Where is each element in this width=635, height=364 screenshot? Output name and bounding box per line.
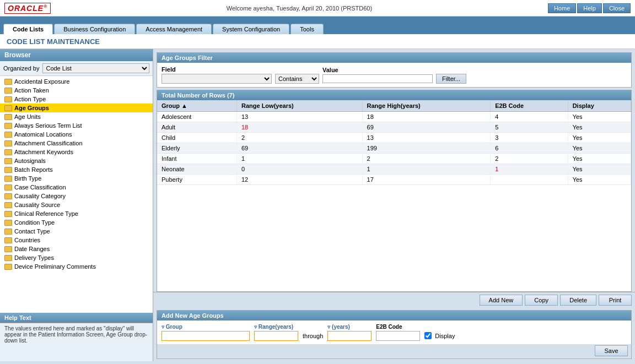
tree-item-label: Autosignals — [14, 157, 46, 164]
e2b-input[interactable] — [376, 331, 420, 341]
folder-icon — [4, 246, 12, 252]
group-input[interactable] — [162, 331, 250, 341]
tree-item[interactable]: Attachment Keywords — [0, 148, 153, 156]
tree-item-label: Age Groups — [14, 105, 49, 111]
table-cell: 1 — [491, 164, 568, 175]
tree-item[interactable]: Action Type — [0, 95, 153, 104]
table-cell: Yes — [568, 164, 631, 175]
tree-item-label: Countries — [14, 237, 40, 243]
copy-button[interactable]: Copy — [525, 295, 558, 306]
folder-icon — [4, 211, 12, 217]
table-cell: 18 — [236, 122, 362, 133]
tab-system-config[interactable]: System Configuration — [213, 24, 289, 34]
col-display[interactable]: Display — [568, 100, 631, 112]
home-button[interactable]: Home — [548, 3, 576, 13]
table-cell: 69 — [362, 122, 491, 133]
main-layout: Browser Organized by Code List Accidenta… — [0, 49, 635, 361]
nav-tabs: Code Lists Business Configuration Access… — [0, 17, 635, 34]
col-range-low[interactable]: Range Low(years) — [236, 100, 362, 112]
tree-item[interactable]: Contact Type — [0, 227, 153, 236]
filter-body: Field Contains Value Filter... — [157, 63, 631, 87]
table-row[interactable]: Puberty1217Yes — [157, 175, 631, 185]
tree-item-label: Accidental Exposure — [14, 78, 69, 85]
table-cell: 6 — [491, 143, 568, 154]
tree-item[interactable]: Birth Type — [0, 174, 153, 183]
folder-icon — [4, 167, 12, 173]
table-cell: 13 — [236, 112, 362, 122]
browser-tree: Accidental ExposureAction TakenAction Ty… — [0, 76, 153, 313]
close-button[interactable]: Close — [603, 3, 631, 13]
tree-item[interactable]: Age Units — [0, 112, 153, 121]
filter-contains-select[interactable]: Contains — [275, 74, 319, 84]
save-btn-row: Save — [157, 344, 631, 358]
tree-item-label: Causality Source — [14, 202, 60, 208]
save-button[interactable]: Save — [595, 345, 628, 356]
print-button[interactable]: Print — [599, 295, 632, 306]
table-cell: Yes — [568, 122, 631, 133]
tree-item[interactable]: Batch Reports — [0, 165, 153, 174]
table-cell: Adult — [157, 122, 236, 133]
tree-item[interactable]: Date Ranges — [0, 245, 153, 253]
add-new-section: Add New Age Groups ▿ Group ▿ Range(years… — [157, 310, 632, 359]
table-cell: 0 — [236, 164, 362, 175]
table-row[interactable]: Child2133Yes — [157, 133, 631, 143]
folder-icon — [4, 149, 12, 155]
range-low-input[interactable] — [254, 331, 298, 341]
tab-tools[interactable]: Tools — [290, 24, 324, 34]
tree-item[interactable]: Delivery Types — [0, 253, 153, 262]
add-new-button[interactable]: Add New — [480, 295, 523, 306]
through-text: through — [303, 333, 323, 339]
value-label: Value — [322, 67, 433, 73]
table-cell: 199 — [362, 143, 491, 154]
tree-item[interactable]: Accidental Exposure — [0, 77, 153, 86]
tree-item[interactable]: Age Groups — [0, 104, 153, 112]
delete-button[interactable]: Delete — [560, 295, 596, 306]
organized-by-label: Organized by — [3, 65, 39, 72]
top-bar: ORACLE® Welcome ayesha, Tuesday, April 2… — [0, 0, 635, 17]
add-new-header: Add New Age Groups — [157, 311, 631, 320]
folder-icon — [4, 193, 12, 199]
filter-field-select[interactable] — [162, 74, 272, 84]
tree-item[interactable]: Causality Category — [0, 192, 153, 200]
tree-item[interactable]: Always Serious Term List — [0, 121, 153, 130]
tab-access-management[interactable]: Access Management — [136, 24, 212, 34]
tree-item[interactable]: Device Preliminary Comments — [0, 262, 153, 271]
tab-business-config[interactable]: Business Configuration — [54, 24, 135, 34]
table-row[interactable]: Elderly691996Yes — [157, 143, 631, 154]
table-cell: Child — [157, 133, 236, 143]
table-row[interactable]: Infant122Yes — [157, 154, 631, 164]
col-range-high[interactable]: Range High(years) — [362, 100, 491, 112]
table-cell: 12 — [236, 175, 362, 185]
display-checkbox[interactable] — [424, 332, 432, 339]
col-group[interactable]: Group ▲ — [157, 100, 236, 112]
tree-item-label: Delivery Types — [14, 254, 54, 261]
help-button[interactable]: Help — [577, 3, 602, 13]
tree-item-label: Action Taken — [14, 87, 49, 94]
col-e2b[interactable]: E2B Code — [491, 100, 568, 112]
table-row[interactable]: Adult18695Yes — [157, 122, 631, 133]
range-high-input[interactable] — [327, 331, 372, 341]
tree-item[interactable]: Condition Type — [0, 218, 153, 227]
tree-item[interactable]: Clinical Reference Type — [0, 209, 153, 218]
table-row[interactable]: Neonate011Yes — [157, 164, 631, 175]
tree-item-label: Action Type — [14, 96, 46, 102]
tree-item[interactable]: Anatomical Locations — [0, 130, 153, 139]
filter-value-input[interactable] — [322, 74, 433, 83]
tree-item[interactable]: Case Classification — [0, 183, 153, 192]
tab-code-lists[interactable]: Code Lists — [3, 24, 53, 34]
tree-item[interactable]: Causality Source — [0, 200, 153, 209]
tree-item-label: Device Preliminary Comments — [14, 263, 96, 270]
tree-item[interactable]: Action Taken — [0, 86, 153, 95]
table-cell: 13 — [362, 133, 491, 143]
e2b-label: E2B Code — [376, 324, 420, 330]
table-row[interactable]: Adolescent13184Yes — [157, 112, 631, 122]
organized-by-select[interactable]: Code List — [42, 63, 149, 73]
folder-icon — [4, 202, 12, 208]
tree-item[interactable]: Autosignals — [0, 156, 153, 165]
tree-item[interactable]: Attachment Classification — [0, 139, 153, 148]
filter-button[interactable]: Filter... — [436, 74, 466, 84]
table-cell: Yes — [568, 175, 631, 185]
table-cell: 18 — [362, 112, 491, 122]
organized-by-row: Organized by Code List — [0, 61, 153, 76]
tree-item[interactable]: Countries — [0, 236, 153, 245]
